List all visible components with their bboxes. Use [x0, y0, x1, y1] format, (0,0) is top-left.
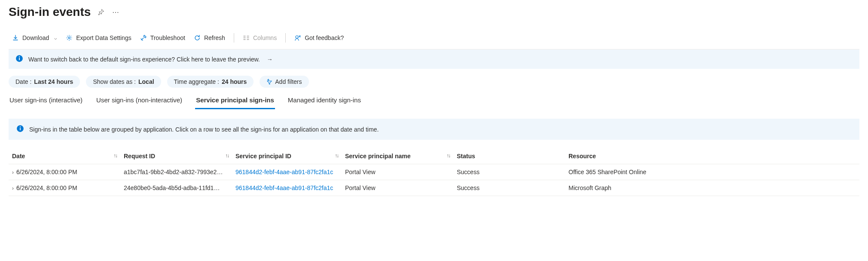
col-sp-name[interactable]: Service principal name↑↓	[342, 148, 453, 164]
columns-icon	[243, 34, 250, 41]
tab-service-principal[interactable]: Service principal sign-ins	[195, 94, 275, 109]
sort-icon[interactable]: ↑↓	[335, 153, 338, 159]
download-label: Download	[22, 34, 49, 41]
svg-point-4	[19, 56, 20, 57]
signins-tabs: User sign-ins (interactive) User sign-in…	[9, 94, 859, 109]
filter-show-dates-label: Show dates as :	[93, 78, 136, 85]
feedback-button[interactable]: Got feedback?	[291, 32, 347, 44]
add-filters-button[interactable]: Add filters	[260, 76, 309, 88]
cell-resource: Microsoft Graph	[565, 180, 859, 196]
troubleshoot-label: Troubleshoot	[150, 34, 185, 41]
grouping-notice: Sign-ins in the table below are grouped …	[9, 119, 859, 140]
cell-sp-id[interactable]: 961844d2-febf-4aae-ab91-87fc2fa1c	[232, 164, 342, 180]
download-icon	[12, 34, 19, 41]
info-icon	[15, 55, 23, 64]
filter-time-aggregate[interactable]: Time aggregate : 24 hours	[167, 76, 254, 88]
cell-sp-name: Portal View	[342, 180, 453, 196]
cell-status: Success	[453, 164, 565, 180]
feedback-icon	[294, 34, 301, 41]
export-label: Export Data Settings	[76, 34, 131, 41]
filters-row: Date : Last 24 hours Show dates as : Loc…	[9, 76, 859, 88]
svg-point-1	[296, 36, 298, 38]
refresh-icon	[194, 34, 201, 41]
sort-icon[interactable]: ↑↓	[446, 153, 450, 159]
columns-button: Columns	[239, 32, 280, 44]
svg-rect-3	[19, 58, 20, 60]
signins-table: Date↑↓ Request ID↑↓ Service principal ID…	[9, 148, 859, 196]
separator	[285, 33, 286, 43]
filter-date[interactable]: Date : Last 24 hours	[9, 76, 80, 88]
pin-icon[interactable]	[97, 8, 105, 16]
filter-show-dates[interactable]: Show dates as : Local	[86, 76, 161, 88]
col-status[interactable]: Status	[453, 148, 565, 164]
tab-user-interactive[interactable]: User sign-ins (interactive)	[9, 94, 83, 109]
tab-managed-identity[interactable]: Managed identity sign-ins	[287, 94, 362, 109]
feedback-label: Got feedback?	[305, 34, 344, 41]
col-date[interactable]: Date↑↓	[9, 148, 120, 164]
filter-time-agg-label: Time aggregate :	[174, 78, 219, 85]
cell-date: 6/26/2024, 8:00:00 PM	[16, 169, 77, 175]
svg-point-7	[20, 126, 21, 127]
svg-point-0	[68, 37, 70, 39]
add-filters-label: Add filters	[275, 78, 302, 85]
separator	[234, 33, 234, 43]
export-data-settings-button[interactable]: Export Data Settings	[62, 32, 134, 44]
refresh-button[interactable]: Refresh	[190, 32, 229, 44]
add-filter-icon	[266, 79, 272, 85]
refresh-label: Refresh	[204, 34, 225, 41]
sort-icon[interactable]: ↑↓	[225, 153, 229, 159]
chevron-right-icon[interactable]: ›	[12, 185, 14, 191]
col-resource[interactable]: Resource	[565, 148, 859, 164]
chevron-down-icon: ⌵	[54, 35, 57, 41]
more-icon[interactable]: ⋯	[111, 8, 120, 16]
col-request-id[interactable]: Request ID↑↓	[120, 148, 232, 164]
chevron-right-icon[interactable]: ›	[12, 169, 14, 175]
filter-date-value: Last 24 hours	[34, 78, 73, 85]
table-row[interactable]: ›6/26/2024, 8:00:00 PM 24e80be0-5ada-4b5…	[9, 180, 859, 196]
svg-rect-6	[20, 128, 21, 130]
tab-user-noninteractive[interactable]: User sign-ins (non-interactive)	[95, 94, 183, 109]
col-sp-id[interactable]: Service principal ID↑↓	[232, 148, 342, 164]
cell-sp-id[interactable]: 961844d2-febf-4aae-ab91-87fc2fa1c	[232, 180, 342, 196]
title-row: Sign-in events ⋯	[9, 5, 859, 19]
cell-status: Success	[453, 180, 565, 196]
troubleshoot-icon	[140, 34, 147, 41]
preview-banner-text: Want to switch back to the default sign-…	[28, 56, 260, 63]
filter-time-agg-value: 24 hours	[222, 78, 247, 85]
columns-label: Columns	[253, 34, 277, 41]
cell-resource: Office 365 SharePoint Online	[565, 164, 859, 180]
gear-icon	[66, 34, 73, 41]
cell-date: 6/26/2024, 8:00:00 PM	[16, 184, 77, 191]
grouping-notice-text: Sign-ins in the table below are grouped …	[29, 126, 379, 133]
cell-request-id: a1bc7fa1-9bb2-4bd2-a832-7993e2…	[120, 164, 232, 180]
preview-banner[interactable]: Want to switch back to the default sign-…	[9, 49, 859, 69]
info-icon	[16, 125, 24, 134]
command-bar: Download ⌵ Export Data Settings Troubles…	[9, 29, 859, 49]
table-row[interactable]: ›6/26/2024, 8:00:00 PM a1bc7fa1-9bb2-4bd…	[9, 164, 859, 180]
cell-sp-name: Portal View	[342, 164, 453, 180]
filter-date-label: Date :	[15, 78, 31, 85]
arrow-right-icon: →	[267, 56, 273, 63]
download-button[interactable]: Download ⌵	[9, 32, 61, 44]
filter-show-dates-value: Local	[138, 78, 154, 85]
cell-request-id: 24e80be0-5ada-4b5d-adba-11fd1…	[120, 180, 232, 196]
page-title: Sign-in events	[9, 5, 91, 19]
sort-icon[interactable]: ↑↓	[113, 153, 117, 159]
troubleshoot-button[interactable]: Troubleshoot	[137, 32, 189, 44]
